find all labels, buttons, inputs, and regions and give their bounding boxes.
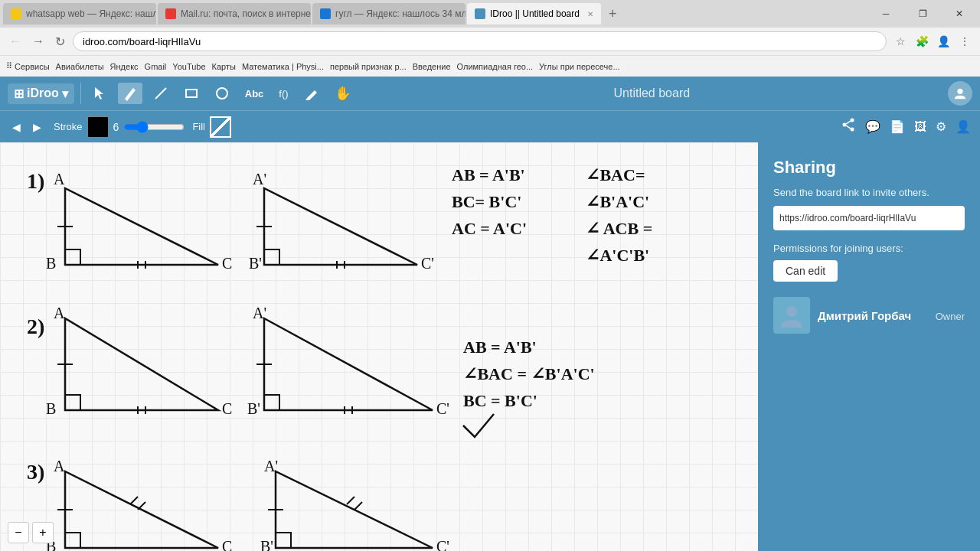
tab-3[interactable]: гугл — Яндекс: нашлось 34 млн... ✕ bbox=[312, 3, 466, 24]
stroke-color-picker[interactable] bbox=[87, 116, 109, 138]
user-info: Дмитрий Горбач bbox=[818, 309, 928, 322]
line-tool[interactable] bbox=[149, 83, 173, 104]
tab-2[interactable]: Mail.ru: почта, поиск в интерне... ✕ bbox=[158, 3, 311, 24]
bookmark-angles[interactable]: Углы при пересече... bbox=[539, 62, 620, 71]
svg-text:B': B' bbox=[247, 400, 260, 417]
svg-text:A': A' bbox=[253, 305, 266, 321]
svg-text:B': B' bbox=[249, 255, 262, 272]
can-edit-button[interactable]: Can edit bbox=[773, 260, 838, 282]
svg-text:B: B bbox=[46, 400, 56, 417]
refresh-button[interactable]: ↻ bbox=[52, 33, 68, 51]
svg-text:C': C' bbox=[421, 255, 434, 272]
svg-line-66 bbox=[347, 497, 354, 504]
image-icon[interactable]: 🖼 bbox=[913, 119, 928, 135]
svg-line-9 bbox=[846, 126, 851, 129]
users-icon[interactable]: 👤 bbox=[954, 118, 972, 135]
minimize-button[interactable]: ─ bbox=[868, 0, 903, 28]
svg-text:C': C' bbox=[436, 400, 449, 417]
svg-marker-36 bbox=[65, 318, 218, 410]
svg-line-59 bbox=[138, 502, 145, 510]
maximize-button[interactable]: ❐ bbox=[905, 0, 940, 28]
select-tool[interactable] bbox=[87, 83, 112, 104]
sharing-subtitle: Send the board link to invite others. bbox=[773, 187, 965, 198]
bookmark-services[interactable]: ⠿ Сервисы bbox=[6, 61, 50, 71]
tab-4[interactable]: IDroo || Untitled board ✕ bbox=[467, 3, 601, 24]
pen-tool[interactable] bbox=[118, 83, 142, 104]
export-icon[interactable]: 📄 bbox=[888, 118, 906, 135]
svg-text:A: A bbox=[54, 458, 65, 474]
extension-icon[interactable]: 🧩 bbox=[913, 32, 931, 51]
bookmark-sign[interactable]: первый признак р... bbox=[330, 62, 407, 71]
bookmark-yandex[interactable]: Яндекс bbox=[110, 62, 139, 71]
svg-text:A': A' bbox=[264, 458, 278, 474]
pan-tool[interactable]: ✋ bbox=[330, 82, 356, 105]
stroke-width-slider[interactable] bbox=[123, 121, 185, 133]
svg-rect-45 bbox=[264, 395, 279, 410]
svg-marker-13 bbox=[65, 188, 218, 265]
sharing-link-input[interactable] bbox=[773, 206, 965, 230]
zoom-controls: − + bbox=[8, 522, 54, 543]
canvas-area[interactable]: 1) 2) 3) B C A bbox=[0, 142, 758, 551]
rect-tool[interactable] bbox=[179, 83, 204, 104]
app-toolbar: ⊞ iDroo ▾ Abc f() ✋ Untitled board bbox=[0, 77, 980, 110]
right-icons-group: 💬 📄 🖼 ⚙ 👤 bbox=[839, 116, 972, 138]
stroke-section: Stroke 6 bbox=[54, 116, 185, 138]
svg-rect-64 bbox=[276, 533, 291, 548]
menu-icon[interactable]: ⋮ bbox=[956, 32, 974, 51]
close-button[interactable]: ✕ bbox=[942, 0, 977, 28]
account-icon[interactable]: 👤 bbox=[934, 32, 952, 51]
svg-marker-44 bbox=[264, 318, 433, 410]
svg-text:∠ ACB =: ∠ ACB = bbox=[586, 219, 652, 238]
browser-actions: ☆ 🧩 👤 ⋮ bbox=[891, 32, 974, 51]
svg-marker-21 bbox=[264, 188, 417, 265]
secondary-toolbar: ◀ ▶ Stroke 6 Fill 💬 📄 🖼 ⚙ 👤 bbox=[0, 110, 980, 142]
back-button[interactable]: ← bbox=[6, 33, 24, 50]
eraser-tool[interactable] bbox=[299, 83, 324, 104]
bookmark-icon[interactable]: ☆ bbox=[891, 32, 910, 51]
sharing-panel: Sharing Send the board link to invite ot… bbox=[758, 142, 980, 551]
app-logo[interactable]: ⊞ iDroo ▾ bbox=[8, 83, 74, 104]
board-title: Untitled board bbox=[362, 86, 942, 100]
new-tab-button[interactable]: + bbox=[603, 6, 623, 22]
svg-point-3 bbox=[217, 88, 227, 99]
svg-text:C': C' bbox=[436, 538, 449, 551]
svg-text:A: A bbox=[54, 305, 65, 321]
svg-rect-22 bbox=[264, 249, 279, 265]
svg-text:∠BAC = ∠B'A'C': ∠BAC = ∠B'A'C' bbox=[463, 364, 595, 383]
chat-icon[interactable]: 💬 bbox=[864, 118, 882, 135]
settings-icon[interactable]: ⚙ bbox=[934, 118, 948, 135]
bookmark-math[interactable]: Математика | Physi... bbox=[242, 62, 324, 71]
svg-text:AB = A'B': AB = A'B' bbox=[463, 337, 537, 357]
bookmark-maps[interactable]: Карты bbox=[212, 62, 236, 71]
fill-color-picker[interactable] bbox=[210, 116, 231, 138]
tab3-favicon bbox=[320, 8, 331, 19]
user-avatar-top[interactable] bbox=[948, 81, 972, 106]
bookmark-youtube[interactable]: YouTube bbox=[172, 62, 205, 71]
tab-1[interactable]: whatsapp web — Яндекс: нашл... ✕ bbox=[3, 3, 156, 24]
svg-marker-63 bbox=[276, 471, 433, 548]
svg-text:BC= B'C': BC= B'C' bbox=[452, 192, 521, 211]
zoom-in-button[interactable]: + bbox=[32, 522, 54, 543]
circle-tool[interactable] bbox=[210, 83, 234, 104]
bookmark-avia[interactable]: Авиабилеты bbox=[56, 62, 104, 71]
redo-button[interactable]: ▶ bbox=[28, 118, 46, 136]
svg-rect-37 bbox=[65, 395, 80, 410]
zoom-out-button[interactable]: − bbox=[8, 522, 29, 543]
tab4-close[interactable]: ✕ bbox=[587, 10, 593, 18]
svg-text:C: C bbox=[222, 255, 232, 272]
svg-text:A': A' bbox=[253, 171, 266, 187]
text-tool[interactable]: Abc bbox=[240, 85, 269, 103]
undo-button[interactable]: ◀ bbox=[8, 118, 25, 136]
bookmark-intro[interactable]: Введение bbox=[413, 62, 451, 71]
svg-point-6 bbox=[851, 128, 854, 132]
svg-point-5 bbox=[851, 119, 854, 122]
bookmark-olymp[interactable]: Олимпиадная гео... bbox=[457, 62, 534, 71]
share-icon[interactable] bbox=[839, 116, 858, 138]
formula-tool[interactable]: f() bbox=[274, 85, 292, 103]
forward-button[interactable]: → bbox=[29, 33, 47, 50]
svg-rect-2 bbox=[186, 90, 197, 97]
bookmark-gmail[interactable]: Gmail bbox=[145, 62, 167, 71]
tab-bar: whatsapp web — Яндекс: нашл... ✕ Mail.ru… bbox=[0, 0, 980, 28]
svg-text:2): 2) bbox=[27, 315, 44, 338]
address-bar[interactable] bbox=[73, 31, 887, 51]
